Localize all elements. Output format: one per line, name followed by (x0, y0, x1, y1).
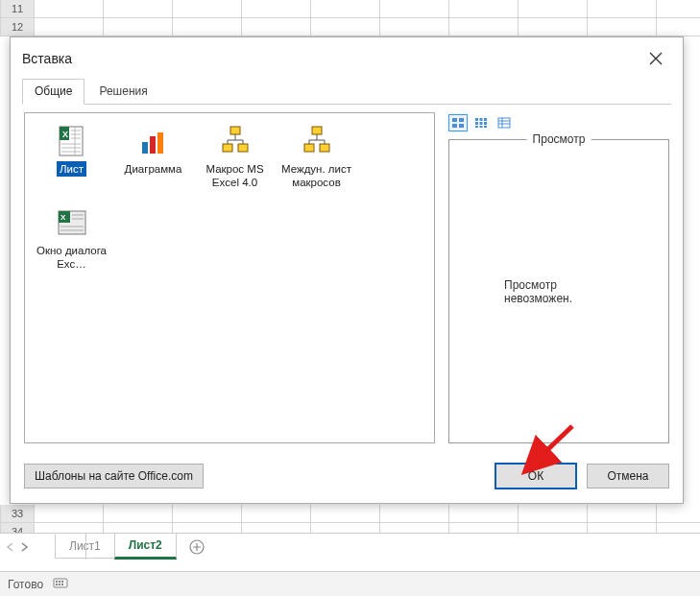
svg-rect-16 (238, 144, 248, 152)
svg-rect-5 (56, 584, 58, 585)
macro-icon (219, 125, 252, 157)
intl-macro-icon (301, 125, 333, 157)
svg-rect-28 (480, 118, 483, 121)
dialog-tabs: Общие Решения (22, 78, 671, 105)
sheet-tab-active[interactable]: Лист2 (114, 534, 177, 560)
svg-rect-6 (59, 584, 60, 585)
template-item-label: Окно диалога Exc… (31, 243, 112, 273)
svg-rect-14 (230, 127, 240, 134)
svg-text:X: X (60, 213, 66, 222)
svg-rect-7 (61, 584, 63, 585)
svg-rect-4 (61, 581, 63, 583)
template-item-label: Диаграмма (122, 161, 185, 177)
list-icon (474, 117, 488, 129)
svg-rect-23 (452, 118, 457, 122)
details-icon (497, 117, 511, 129)
svg-rect-2 (56, 581, 58, 583)
svg-rect-24 (459, 118, 464, 122)
template-item-sheet[interactable]: X Лист (31, 125, 112, 191)
svg-rect-17 (312, 127, 322, 134)
dialog-window-icon: X (56, 206, 88, 239)
svg-rect-29 (484, 118, 487, 121)
svg-rect-15 (223, 144, 232, 152)
macro-recorder-icon[interactable] (53, 576, 68, 592)
chart-icon (137, 125, 170, 157)
svg-rect-11 (142, 142, 148, 154)
tab-nav[interactable] (6, 542, 29, 552)
svg-rect-33 (475, 126, 478, 128)
svg-rect-1 (54, 579, 67, 587)
cancel-button[interactable]: Отмена (587, 464, 669, 489)
template-item-intl-macro[interactable]: Междун. лист макросов (276, 125, 357, 191)
svg-rect-35 (484, 126, 487, 128)
dialog-title: Вставка (22, 51, 72, 66)
preview-label: Просмотр (527, 132, 591, 146)
insert-dialog: Вставка Общие Решения X Лист Диаг (10, 36, 684, 504)
svg-text:X: X (62, 130, 68, 139)
templates-online-button[interactable]: Шаблоны на сайте Office.com (24, 464, 204, 489)
template-item-label: Междун. лист макросов (276, 161, 357, 191)
row-header[interactable]: 33 (0, 505, 35, 523)
template-item-label: Лист (57, 161, 86, 177)
svg-rect-3 (59, 581, 60, 583)
svg-rect-32 (484, 122, 487, 125)
new-sheet-button[interactable] (184, 535, 209, 560)
view-details-button[interactable] (495, 114, 514, 131)
view-large-icons-button[interactable] (448, 114, 468, 131)
svg-rect-12 (150, 136, 156, 154)
svg-rect-31 (480, 122, 483, 125)
svg-rect-30 (475, 122, 478, 125)
template-item-excel-dialog[interactable]: X Окно диалога Exc… (31, 206, 112, 273)
status-bar: Готово (0, 571, 700, 596)
worksheet-icon: X (56, 125, 88, 157)
template-item-macro[interactable]: Макрос MS Excel 4.0 (194, 125, 276, 191)
svg-rect-34 (480, 126, 483, 128)
svg-rect-27 (475, 118, 478, 121)
preview-message: Просмотр невозможен. (504, 278, 614, 305)
sheet-tab-bar: Лист1 Лист2 (0, 533, 700, 560)
preview-pane: Просмотр Просмотр невозможен. (448, 139, 669, 443)
close-button[interactable] (639, 45, 673, 72)
svg-rect-25 (452, 124, 457, 128)
dialog-button-row: Шаблоны на сайте Office.com ОК Отмена (11, 453, 683, 503)
row-header[interactable]: 12 (0, 18, 35, 36)
svg-rect-18 (304, 144, 314, 152)
view-list-button[interactable] (471, 114, 491, 131)
close-icon (649, 52, 663, 65)
row-header[interactable]: 11 (0, 0, 35, 18)
tab-solutions[interactable]: Решения (86, 79, 159, 105)
large-icons-icon (451, 117, 465, 129)
svg-rect-36 (498, 118, 510, 128)
template-list[interactable]: X Лист Диаграмма Макрос MS Excel 4.0 (24, 112, 435, 443)
dialog-titlebar: Вставка (11, 37, 683, 78)
tab-general[interactable]: Общие (22, 79, 84, 105)
status-ready: Готово (8, 578, 43, 591)
ok-button[interactable]: ОК (495, 463, 577, 489)
template-item-label: Макрос MS Excel 4.0 (194, 161, 276, 191)
template-item-chart[interactable]: Диаграмма (112, 125, 194, 191)
svg-rect-13 (157, 132, 163, 154)
svg-rect-19 (320, 144, 329, 152)
svg-rect-26 (459, 124, 464, 128)
